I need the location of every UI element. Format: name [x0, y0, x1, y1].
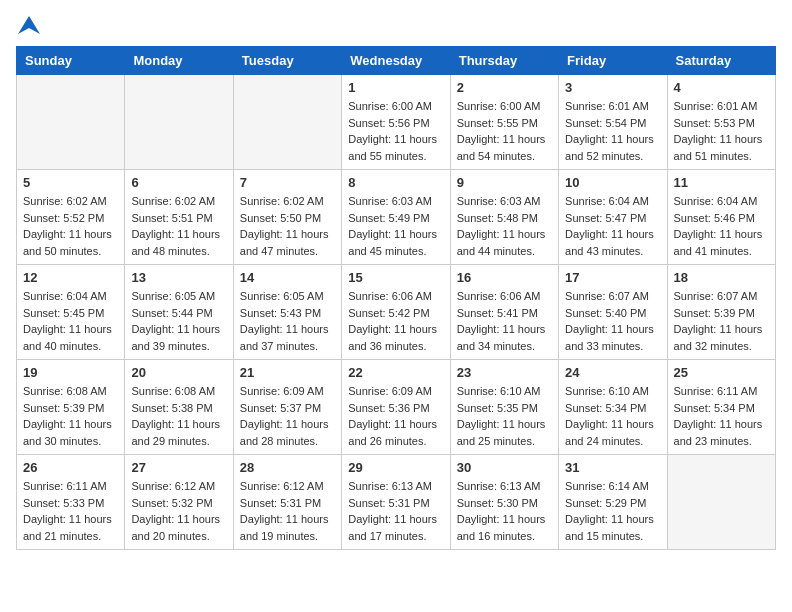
calendar-cell	[17, 75, 125, 170]
calendar-cell: 5Sunrise: 6:02 AMSunset: 5:52 PMDaylight…	[17, 170, 125, 265]
calendar-cell: 29Sunrise: 6:13 AMSunset: 5:31 PMDayligh…	[342, 455, 450, 550]
day-number: 16	[457, 270, 552, 285]
page-header	[16, 16, 776, 34]
day-number: 7	[240, 175, 335, 190]
calendar-cell: 6Sunrise: 6:02 AMSunset: 5:51 PMDaylight…	[125, 170, 233, 265]
day-number: 17	[565, 270, 660, 285]
calendar-cell: 17Sunrise: 6:07 AMSunset: 5:40 PMDayligh…	[559, 265, 667, 360]
day-number: 28	[240, 460, 335, 475]
calendar-cell: 28Sunrise: 6:12 AMSunset: 5:31 PMDayligh…	[233, 455, 341, 550]
day-info: Sunrise: 6:07 AMSunset: 5:40 PMDaylight:…	[565, 288, 660, 354]
day-info: Sunrise: 6:08 AMSunset: 5:38 PMDaylight:…	[131, 383, 226, 449]
logo-bird-icon	[18, 16, 40, 34]
calendar-cell: 10Sunrise: 6:04 AMSunset: 5:47 PMDayligh…	[559, 170, 667, 265]
day-info: Sunrise: 6:03 AMSunset: 5:48 PMDaylight:…	[457, 193, 552, 259]
calendar-week-row: 5Sunrise: 6:02 AMSunset: 5:52 PMDaylight…	[17, 170, 776, 265]
day-info: Sunrise: 6:05 AMSunset: 5:44 PMDaylight:…	[131, 288, 226, 354]
day-number: 1	[348, 80, 443, 95]
calendar-cell: 16Sunrise: 6:06 AMSunset: 5:41 PMDayligh…	[450, 265, 558, 360]
day-number: 22	[348, 365, 443, 380]
day-number: 23	[457, 365, 552, 380]
day-number: 15	[348, 270, 443, 285]
calendar-cell	[667, 455, 775, 550]
day-info: Sunrise: 6:02 AMSunset: 5:51 PMDaylight:…	[131, 193, 226, 259]
day-info: Sunrise: 6:06 AMSunset: 5:42 PMDaylight:…	[348, 288, 443, 354]
calendar-cell: 19Sunrise: 6:08 AMSunset: 5:39 PMDayligh…	[17, 360, 125, 455]
day-info: Sunrise: 6:12 AMSunset: 5:32 PMDaylight:…	[131, 478, 226, 544]
day-info: Sunrise: 6:06 AMSunset: 5:41 PMDaylight:…	[457, 288, 552, 354]
calendar-week-row: 19Sunrise: 6:08 AMSunset: 5:39 PMDayligh…	[17, 360, 776, 455]
weekday-header: Saturday	[667, 47, 775, 75]
calendar-cell: 24Sunrise: 6:10 AMSunset: 5:34 PMDayligh…	[559, 360, 667, 455]
day-number: 26	[23, 460, 118, 475]
day-info: Sunrise: 6:13 AMSunset: 5:31 PMDaylight:…	[348, 478, 443, 544]
logo	[16, 16, 42, 34]
weekday-header: Wednesday	[342, 47, 450, 75]
day-info: Sunrise: 6:07 AMSunset: 5:39 PMDaylight:…	[674, 288, 769, 354]
calendar-cell: 12Sunrise: 6:04 AMSunset: 5:45 PMDayligh…	[17, 265, 125, 360]
calendar-cell: 31Sunrise: 6:14 AMSunset: 5:29 PMDayligh…	[559, 455, 667, 550]
day-info: Sunrise: 6:00 AMSunset: 5:56 PMDaylight:…	[348, 98, 443, 164]
day-info: Sunrise: 6:04 AMSunset: 5:45 PMDaylight:…	[23, 288, 118, 354]
day-number: 11	[674, 175, 769, 190]
calendar-cell: 7Sunrise: 6:02 AMSunset: 5:50 PMDaylight…	[233, 170, 341, 265]
weekday-header: Thursday	[450, 47, 558, 75]
day-info: Sunrise: 6:04 AMSunset: 5:46 PMDaylight:…	[674, 193, 769, 259]
day-number: 24	[565, 365, 660, 380]
day-info: Sunrise: 6:00 AMSunset: 5:55 PMDaylight:…	[457, 98, 552, 164]
calendar-header-row: SundayMondayTuesdayWednesdayThursdayFrid…	[17, 47, 776, 75]
calendar-cell: 14Sunrise: 6:05 AMSunset: 5:43 PMDayligh…	[233, 265, 341, 360]
calendar-cell: 18Sunrise: 6:07 AMSunset: 5:39 PMDayligh…	[667, 265, 775, 360]
day-number: 10	[565, 175, 660, 190]
day-number: 19	[23, 365, 118, 380]
calendar-cell: 11Sunrise: 6:04 AMSunset: 5:46 PMDayligh…	[667, 170, 775, 265]
calendar-cell	[125, 75, 233, 170]
day-info: Sunrise: 6:11 AMSunset: 5:33 PMDaylight:…	[23, 478, 118, 544]
calendar-cell: 22Sunrise: 6:09 AMSunset: 5:36 PMDayligh…	[342, 360, 450, 455]
calendar-cell: 21Sunrise: 6:09 AMSunset: 5:37 PMDayligh…	[233, 360, 341, 455]
day-number: 5	[23, 175, 118, 190]
calendar-week-row: 1Sunrise: 6:00 AMSunset: 5:56 PMDaylight…	[17, 75, 776, 170]
day-number: 8	[348, 175, 443, 190]
calendar-cell: 30Sunrise: 6:13 AMSunset: 5:30 PMDayligh…	[450, 455, 558, 550]
day-info: Sunrise: 6:02 AMSunset: 5:52 PMDaylight:…	[23, 193, 118, 259]
svg-marker-0	[18, 16, 40, 34]
calendar-week-row: 26Sunrise: 6:11 AMSunset: 5:33 PMDayligh…	[17, 455, 776, 550]
day-info: Sunrise: 6:01 AMSunset: 5:53 PMDaylight:…	[674, 98, 769, 164]
weekday-header: Monday	[125, 47, 233, 75]
calendar-cell: 1Sunrise: 6:00 AMSunset: 5:56 PMDaylight…	[342, 75, 450, 170]
day-info: Sunrise: 6:08 AMSunset: 5:39 PMDaylight:…	[23, 383, 118, 449]
day-number: 29	[348, 460, 443, 475]
day-number: 25	[674, 365, 769, 380]
calendar-table: SundayMondayTuesdayWednesdayThursdayFrid…	[16, 46, 776, 550]
day-info: Sunrise: 6:09 AMSunset: 5:36 PMDaylight:…	[348, 383, 443, 449]
calendar-cell: 9Sunrise: 6:03 AMSunset: 5:48 PMDaylight…	[450, 170, 558, 265]
day-number: 27	[131, 460, 226, 475]
day-number: 31	[565, 460, 660, 475]
day-number: 9	[457, 175, 552, 190]
day-info: Sunrise: 6:14 AMSunset: 5:29 PMDaylight:…	[565, 478, 660, 544]
day-info: Sunrise: 6:01 AMSunset: 5:54 PMDaylight:…	[565, 98, 660, 164]
calendar-cell: 15Sunrise: 6:06 AMSunset: 5:42 PMDayligh…	[342, 265, 450, 360]
calendar-cell: 2Sunrise: 6:00 AMSunset: 5:55 PMDaylight…	[450, 75, 558, 170]
day-number: 12	[23, 270, 118, 285]
day-number: 3	[565, 80, 660, 95]
day-info: Sunrise: 6:11 AMSunset: 5:34 PMDaylight:…	[674, 383, 769, 449]
day-number: 21	[240, 365, 335, 380]
calendar-cell: 25Sunrise: 6:11 AMSunset: 5:34 PMDayligh…	[667, 360, 775, 455]
weekday-header: Sunday	[17, 47, 125, 75]
day-info: Sunrise: 6:02 AMSunset: 5:50 PMDaylight:…	[240, 193, 335, 259]
calendar-cell: 13Sunrise: 6:05 AMSunset: 5:44 PMDayligh…	[125, 265, 233, 360]
weekday-header: Friday	[559, 47, 667, 75]
day-number: 30	[457, 460, 552, 475]
day-info: Sunrise: 6:03 AMSunset: 5:49 PMDaylight:…	[348, 193, 443, 259]
day-info: Sunrise: 6:05 AMSunset: 5:43 PMDaylight:…	[240, 288, 335, 354]
calendar-cell: 8Sunrise: 6:03 AMSunset: 5:49 PMDaylight…	[342, 170, 450, 265]
day-info: Sunrise: 6:12 AMSunset: 5:31 PMDaylight:…	[240, 478, 335, 544]
calendar-cell: 4Sunrise: 6:01 AMSunset: 5:53 PMDaylight…	[667, 75, 775, 170]
calendar-cell	[233, 75, 341, 170]
calendar-cell: 3Sunrise: 6:01 AMSunset: 5:54 PMDaylight…	[559, 75, 667, 170]
weekday-header: Tuesday	[233, 47, 341, 75]
calendar-week-row: 12Sunrise: 6:04 AMSunset: 5:45 PMDayligh…	[17, 265, 776, 360]
calendar-cell: 23Sunrise: 6:10 AMSunset: 5:35 PMDayligh…	[450, 360, 558, 455]
